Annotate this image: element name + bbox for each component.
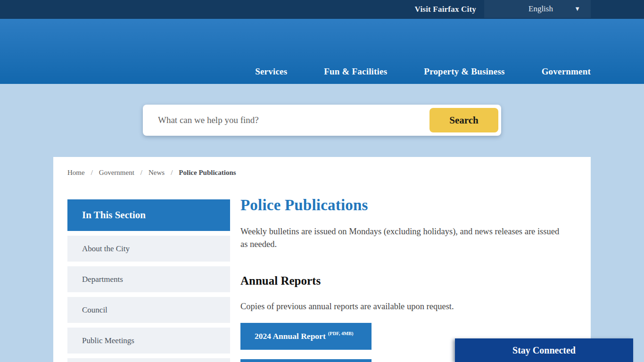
main-content: Police Publications Weekly bulletins are… xyxy=(240,197,578,362)
language-select[interactable]: English ▼ xyxy=(484,0,591,18)
breadcrumb-home[interactable]: Home xyxy=(67,169,85,177)
breadcrumb-separator: / xyxy=(171,169,173,177)
sidebar-item-public-meetings[interactable]: Public Meetings xyxy=(67,328,230,354)
sidebar-item-about-the-city[interactable]: About the City xyxy=(67,236,230,262)
site-search-bar: Search xyxy=(143,105,501,136)
intro-paragraph: Weekly bulletins are issued on Mondays (… xyxy=(240,225,566,251)
sidebar-item-partial[interactable] xyxy=(67,358,230,362)
section-sidebar: In This Section About the City Departmen… xyxy=(67,199,230,362)
breadcrumb-government[interactable]: Government xyxy=(99,169,134,177)
nav-item-property-business[interactable]: Property & Business xyxy=(424,66,504,77)
breadcrumb-news[interactable]: News xyxy=(149,169,165,177)
page-title: Police Publications xyxy=(240,197,578,214)
sidebar-title: In This Section xyxy=(67,199,230,231)
nav-item-government[interactable]: Government xyxy=(542,66,591,77)
search-input[interactable] xyxy=(158,105,422,136)
nav-item-services[interactable]: Services xyxy=(255,66,287,77)
breadcrumb-separator: / xyxy=(140,169,142,177)
stay-connected-button[interactable]: Stay Connected xyxy=(455,338,633,362)
search-button[interactable]: Search xyxy=(429,108,498,132)
chevron-down-icon: ▼ xyxy=(574,5,580,13)
main-navigation: Services Fun & Facilities Property & Bus… xyxy=(255,66,591,77)
breadcrumb-separator: / xyxy=(91,169,93,177)
download-button-partial[interactable] xyxy=(240,359,372,362)
download-button-file-meta: (PDF, 4MB) xyxy=(328,331,354,336)
annual-reports-note: Copies of previous annual reports are av… xyxy=(240,302,578,312)
content-card: Home / Government / News / Police Public… xyxy=(53,157,591,362)
breadcrumb-current-page: Police Publications xyxy=(179,169,236,177)
visit-fairfax-city-link[interactable]: Visit Fairfax City xyxy=(415,5,476,14)
download-2024-annual-report-button[interactable]: 2024 Annual Report (PDF, 4MB) xyxy=(240,323,372,350)
top-utility-bar: Visit Fairfax City English ▼ xyxy=(0,0,644,19)
annual-reports-heading: Annual Reports xyxy=(240,274,578,288)
nav-item-fun-facilities[interactable]: Fun & Facilities xyxy=(324,66,387,77)
sidebar-item-departments[interactable]: Departments xyxy=(67,266,230,292)
breadcrumb: Home / Government / News / Police Public… xyxy=(67,169,236,177)
site-header: Services Fun & Facilities Property & Bus… xyxy=(0,19,644,84)
sidebar-item-council[interactable]: Council xyxy=(67,297,230,323)
download-button-label: 2024 Annual Report xyxy=(255,331,326,341)
